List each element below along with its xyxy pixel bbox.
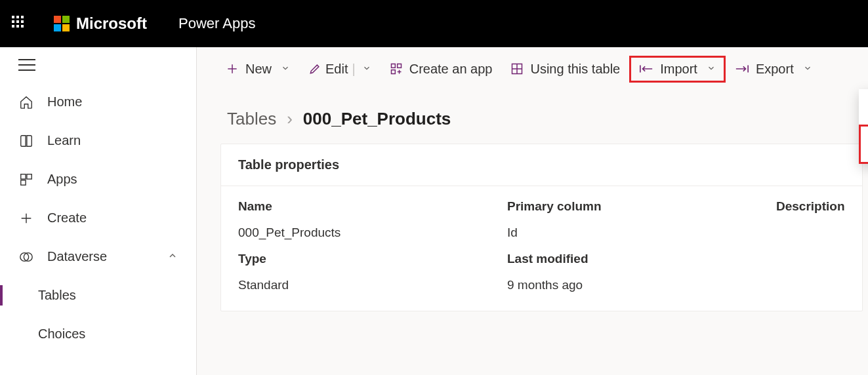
home-icon	[18, 95, 34, 109]
cmd-label: New	[245, 62, 272, 77]
cmd-label: Export	[756, 62, 794, 77]
book-icon	[18, 134, 34, 148]
sidebar-item-choices[interactable]: Choices	[0, 315, 196, 353]
sidebar-item-tables[interactable]: Tables	[0, 276, 196, 315]
value-primary-column: Id	[507, 226, 776, 240]
sidebar-item-home[interactable]: Home	[0, 83, 196, 121]
sidebar-item-learn[interactable]: Learn	[0, 121, 196, 160]
breadcrumb-current: 000_Pet_Products	[303, 109, 451, 129]
apps-icon	[18, 172, 34, 187]
sidebar-item-label: Tables	[38, 288, 76, 303]
svg-rect-7	[391, 70, 395, 74]
plus-icon	[18, 211, 34, 226]
sidebar-item-apps[interactable]: Apps	[0, 160, 196, 199]
sidebar-item-label: Learn	[47, 133, 81, 148]
sidebar-item-dataverse[interactable]: Dataverse	[0, 237, 196, 276]
plus-icon	[226, 62, 239, 75]
export-icon	[735, 63, 749, 75]
import-data-item[interactable]: Import data	[859, 89, 868, 125]
cmd-label: Edit	[325, 62, 348, 77]
label-primary-column: Primary column	[507, 199, 776, 214]
pencil-icon	[308, 62, 321, 75]
sidebar-item-label: Choices	[38, 326, 85, 342]
cmd-label: Using this table	[530, 62, 620, 77]
chevron-down-icon	[362, 64, 371, 75]
chevron-down-icon	[803, 64, 812, 75]
import-button[interactable]: Import	[629, 56, 726, 83]
cmd-label: Import	[660, 62, 697, 77]
breadcrumb-parent[interactable]: Tables	[227, 109, 276, 129]
label-last-modified: Last modified	[507, 252, 776, 266]
new-button[interactable]: New	[217, 58, 299, 81]
menu-toggle-icon[interactable]	[18, 59, 35, 71]
sidebar-item-label: Home	[47, 94, 82, 109]
svg-rect-2	[21, 180, 26, 184]
cmd-label: Create an app	[409, 62, 493, 77]
import-icon	[639, 63, 653, 75]
table-icon	[510, 62, 524, 75]
main-content: New Edit | Create an app	[197, 47, 868, 375]
create-app-button[interactable]: Create an app	[381, 58, 502, 81]
grid-plus-icon	[390, 62, 403, 75]
svg-rect-0	[21, 174, 26, 178]
sidebar-item-label: Dataverse	[47, 249, 107, 264]
export-button[interactable]: Export	[726, 58, 821, 81]
svg-rect-5	[391, 64, 395, 68]
label-description: Description	[776, 199, 845, 214]
using-this-table-button[interactable]: Using this table	[501, 58, 629, 81]
sidebar-item-label: Apps	[47, 172, 77, 187]
edit-button[interactable]: Edit |	[299, 58, 381, 81]
dataverse-icon	[18, 250, 34, 264]
chevron-up-icon	[167, 249, 178, 264]
app-launcher-icon[interactable]	[12, 16, 28, 31]
value-name: 000_Pet_Products	[238, 226, 507, 240]
value-last-modified: 9 months ago	[507, 278, 776, 292]
sidebar-item-label: Create	[47, 210, 87, 226]
app-name: Power Apps	[178, 15, 255, 32]
chevron-down-icon	[281, 64, 290, 75]
chevron-down-icon	[707, 64, 716, 75]
svg-rect-6	[397, 64, 401, 68]
sidebar: Home Learn Apps Create Dataverse	[0, 47, 197, 375]
brand-text: Microsoft	[76, 14, 147, 33]
table-properties-panel: Table properties Name Primary column Des…	[220, 144, 863, 311]
panel-title: Table properties	[221, 144, 862, 186]
label-type: Type	[238, 252, 507, 266]
import-from-excel-item[interactable]: Import data from Excel	[859, 125, 868, 164]
microsoft-logo-icon	[54, 16, 70, 31]
sidebar-item-create[interactable]: Create	[0, 199, 196, 237]
import-dropdown: Import data Import data from Excel	[859, 89, 868, 164]
chevron-right-icon: ›	[287, 109, 293, 129]
global-header: Microsoft Power Apps	[0, 0, 868, 47]
command-bar: New Edit | Create an app	[197, 47, 868, 90]
breadcrumb: Tables › 000_Pet_Products	[197, 90, 868, 144]
label-name: Name	[238, 199, 507, 214]
value-type: Standard	[238, 278, 507, 292]
svg-rect-1	[27, 174, 31, 178]
